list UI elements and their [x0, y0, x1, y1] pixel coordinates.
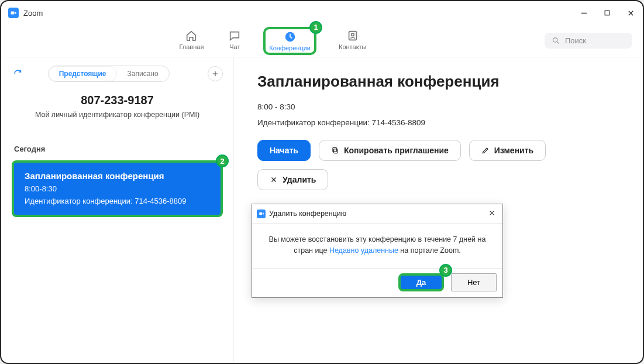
svg-rect-12: [334, 149, 338, 153]
svg-rect-0: [11, 12, 15, 15]
refresh-icon: [13, 68, 23, 79]
delete-confirm-dialog: Удалить конференцию Вы можете восстанови…: [252, 204, 503, 298]
meeting-time: 8:00 - 8:30: [257, 102, 619, 111]
tab-recorded[interactable]: Записано: [117, 66, 169, 81]
tab-meetings[interactable]: 1 Конференции: [263, 27, 316, 55]
contacts-icon: [346, 29, 359, 42]
meeting-card-time: 8:00-8:30: [25, 184, 210, 193]
start-button[interactable]: Начать: [257, 140, 311, 161]
meeting-card-id: Идентификатор конференции: 714-4536-8809: [25, 197, 210, 205]
dialog-yes-button[interactable]: Да: [398, 273, 444, 291]
dialog-title: Удалить конференцию: [269, 210, 346, 218]
dialog-close-button[interactable]: [486, 208, 498, 219]
tab-meetings-label: Конференции: [269, 44, 311, 51]
svg-point-8: [553, 38, 558, 43]
sidebar-tabs: Предстоящие Записано: [48, 66, 170, 82]
window-title: Zoom: [23, 9, 43, 18]
pmi-block[interactable]: 807-233-9187 Мой личный идентификатор ко…: [12, 94, 223, 119]
recently-deleted-link[interactable]: Недавно удаленные: [329, 246, 398, 255]
dialog-text-post: на портале Zoom.: [398, 246, 461, 255]
callout-badge-3: 3: [439, 264, 452, 277]
clock-icon: [284, 30, 297, 43]
svg-line-9: [557, 42, 559, 43]
top-navigation: Главная Чат 1 Конференции Контакты Поиск: [1, 25, 643, 57]
tab-chat[interactable]: Чат: [226, 27, 243, 55]
delete-label: Удалить: [283, 175, 316, 184]
meeting-card[interactable]: 2 Запланированная конференция 8:00-8:30 …: [12, 160, 223, 217]
search-icon: [552, 36, 560, 45]
svg-rect-16: [259, 212, 262, 215]
tab-contacts-label: Контакты: [339, 43, 367, 50]
action-bar: Начать Копировать приглашение Изменить У…: [257, 140, 619, 190]
window-controls: [578, 8, 636, 18]
zoom-mini-icon: [257, 210, 266, 218]
chat-icon: [228, 29, 241, 42]
callout-badge-2: 2: [216, 154, 229, 167]
svg-rect-2: [605, 11, 609, 15]
page-title: Запланированная конференция: [257, 73, 619, 91]
close-button[interactable]: [625, 8, 636, 18]
callout-badge-1: 1: [309, 21, 322, 34]
add-meeting-button[interactable]: [208, 66, 223, 81]
delete-button[interactable]: Удалить: [257, 169, 328, 190]
svg-rect-13: [333, 147, 336, 152]
search-input[interactable]: Поиск: [545, 33, 632, 49]
search-placeholder: Поиск: [565, 36, 586, 45]
main-panel: Запланированная конференция 8:00 - 8:30 …: [234, 57, 643, 363]
tab-home-label: Главная: [179, 43, 204, 50]
tab-home[interactable]: Главная: [177, 27, 206, 55]
svg-point-7: [351, 33, 354, 36]
copy-invitation-button[interactable]: Копировать приглашение: [319, 140, 461, 161]
tab-contacts[interactable]: Контакты: [336, 27, 369, 55]
pmi-number: 807-233-9187: [12, 94, 223, 107]
edit-label: Изменить: [494, 146, 533, 155]
dialog-footer: 3 Да Нет: [252, 268, 502, 297]
titlebar: Zoom: [1, 1, 643, 25]
tab-chat-label: Чат: [229, 43, 240, 50]
copy-icon: [331, 146, 339, 154]
maximize-button[interactable]: [602, 8, 612, 18]
refresh-button[interactable]: [12, 67, 25, 80]
x-icon: [270, 176, 278, 184]
section-today: Сегодня: [14, 145, 223, 153]
dialog-body: Вы можете восстановить эту конференцию в…: [252, 224, 502, 268]
edit-button[interactable]: Изменить: [469, 140, 546, 161]
meeting-card-title: Запланированная конференция: [25, 171, 210, 181]
close-icon: [488, 210, 495, 217]
copy-invitation-label: Копировать приглашение: [344, 146, 449, 155]
pencil-icon: [481, 146, 490, 154]
pmi-label: Мой личный идентификатор конференции (PM…: [12, 111, 223, 119]
tab-upcoming[interactable]: Предстоящие: [49, 66, 117, 81]
app-window: Zoom Главная Чат 1 Конференции: [0, 0, 644, 364]
minimize-button[interactable]: [578, 8, 589, 18]
dialog-header: Удалить конференцию: [252, 204, 502, 224]
sidebar: Предстоящие Записано 807-233-9187 Мой ли…: [1, 57, 234, 363]
plus-icon: [211, 70, 219, 78]
meeting-id: Идентификатор конференции: 714-4536-8809: [257, 118, 619, 127]
home-icon: [185, 29, 198, 42]
dialog-no-button[interactable]: Нет: [451, 273, 497, 291]
zoom-app-icon: [8, 8, 19, 18]
